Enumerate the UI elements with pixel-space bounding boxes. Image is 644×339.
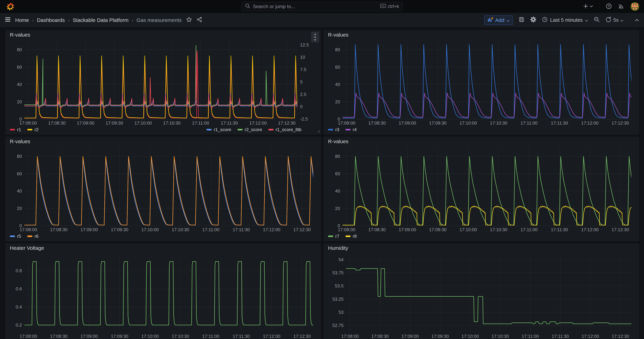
panel-header[interactable]: R-values bbox=[8, 30, 318, 39]
series-r7 bbox=[342, 156, 636, 225]
svg-text:80: 80 bbox=[17, 154, 22, 159]
panel-resize-handle[interactable] bbox=[317, 130, 320, 134]
svg-text:17:10:30: 17:10:30 bbox=[172, 227, 189, 232]
top-navigation-bar: Search or jump to... ctrl+k ? bbox=[0, 0, 644, 13]
user-avatar[interactable] bbox=[630, 2, 639, 11]
svg-text:17:11:00: 17:11:00 bbox=[520, 120, 538, 126]
svg-text:5: 5 bbox=[300, 79, 302, 84]
panel-header[interactable]: R-values bbox=[327, 137, 636, 146]
chart-area[interactable]: 02040608017:08:0017:08:3017:09:0017:09:3… bbox=[8, 146, 318, 233]
dashboard-settings-button[interactable] bbox=[530, 16, 536, 24]
legend-item-r4[interactable]: r4 bbox=[346, 127, 357, 132]
svg-text:17:10:00: 17:10:00 bbox=[461, 334, 479, 339]
svg-text:0.2: 0.2 bbox=[16, 322, 22, 328]
svg-text:17:08:00: 17:08:00 bbox=[20, 120, 37, 126]
series-r6 bbox=[24, 156, 318, 225]
refresh-interval-label[interactable]: 5s bbox=[613, 17, 619, 23]
panel-legend: r5r6 bbox=[8, 233, 318, 241]
refresh-icon bbox=[605, 16, 612, 24]
breadcrumb-folder[interactable]: Stackable Data Platform bbox=[73, 17, 128, 23]
legend-swatch bbox=[346, 129, 351, 130]
dashboard-toolbar: Home › Dashboards › Stackable Data Platf… bbox=[0, 13, 644, 28]
chart-area[interactable]: 02040608017:08:0017:08:3017:09:0017:09:3… bbox=[8, 39, 318, 127]
svg-text:12.5: 12.5 bbox=[300, 42, 309, 48]
svg-text:2.5: 2.5 bbox=[300, 92, 306, 97]
panel-humidity-6: Humidity52.755353.2553.553.755417:08:001… bbox=[324, 244, 639, 339]
grafana-logo-icon[interactable] bbox=[6, 2, 15, 11]
svg-text:17:11:00: 17:11:00 bbox=[522, 334, 539, 339]
svg-text:10: 10 bbox=[300, 54, 305, 60]
panel-title: R-values bbox=[328, 138, 348, 144]
panel-menu-button[interactable] bbox=[311, 32, 319, 42]
svg-text:17:08:30: 17:08:30 bbox=[50, 334, 68, 339]
svg-text:0.6: 0.6 bbox=[16, 286, 22, 292]
panel-header[interactable]: Heater Voltage bbox=[8, 244, 318, 252]
svg-text:17:12:30: 17:12:30 bbox=[612, 334, 629, 339]
r-values-chart: 02040608017:08:0017:08:3017:09:0017:09:3… bbox=[8, 39, 318, 126]
panel-header[interactable]: R-values bbox=[8, 137, 318, 146]
svg-text:17:10:30: 17:10:30 bbox=[492, 334, 509, 339]
legend-label: r4 bbox=[353, 127, 357, 132]
save-dashboard-button[interactable] bbox=[518, 16, 525, 24]
svg-text:17:08:00: 17:08:00 bbox=[338, 120, 355, 126]
series-r1_score_lttb bbox=[24, 51, 314, 108]
legend-item-r2[interactable]: r2 bbox=[27, 127, 38, 132]
legend-label: r1_score bbox=[214, 127, 231, 132]
panel-header[interactable]: R-values bbox=[327, 30, 636, 39]
help-button[interactable]: ? bbox=[606, 3, 612, 10]
chart-area[interactable]: 52.755353.2553.553.755417:08:0017:08:301… bbox=[327, 252, 636, 339]
time-range-label: Last 5 minutes bbox=[550, 17, 583, 23]
legend-swatch bbox=[206, 129, 212, 130]
new-menu-button[interactable] bbox=[583, 4, 593, 10]
time-range-picker[interactable]: Last 5 minutes bbox=[542, 16, 588, 24]
svg-text:17:12:00: 17:12:00 bbox=[581, 227, 598, 232]
legend-swatch bbox=[27, 236, 32, 237]
svg-text:17:11:00: 17:11:00 bbox=[202, 334, 220, 339]
svg-text:17:09:00: 17:09:00 bbox=[80, 334, 98, 339]
refresh-button[interactable]: 5s bbox=[605, 16, 624, 24]
svg-text:20: 20 bbox=[335, 99, 340, 104]
add-panel-button[interactable]: Add bbox=[484, 16, 513, 25]
svg-text:17:12:00: 17:12:00 bbox=[581, 120, 598, 126]
help-icon: ? bbox=[606, 3, 612, 10]
series-heatervoltage bbox=[24, 262, 318, 325]
svg-text:80: 80 bbox=[335, 47, 340, 52]
svg-text:17:12:00: 17:12:00 bbox=[582, 334, 599, 339]
legend-item-r5[interactable]: r5 bbox=[10, 234, 21, 239]
legend-item-r7[interactable]: r7 bbox=[328, 234, 339, 239]
svg-text:17:10:00: 17:10:00 bbox=[141, 227, 159, 232]
search-icon bbox=[245, 3, 250, 10]
zoom-out-button[interactable] bbox=[594, 16, 600, 24]
search-input[interactable]: Search or jump to... ctrl+k bbox=[242, 2, 403, 11]
chart-area[interactable]: 02040608017:08:0017:08:3017:09:0017:09:3… bbox=[327, 39, 636, 127]
panel-header[interactable]: Humidity bbox=[327, 244, 636, 252]
chart-area[interactable]: 0.20.40.60.817:08:0017:08:3017:09:0017:0… bbox=[8, 252, 318, 339]
svg-text:17:12:30: 17:12:30 bbox=[612, 227, 629, 232]
legend-item-r3[interactable]: r3 bbox=[328, 127, 339, 132]
breadcrumb-dashboards[interactable]: Dashboards bbox=[37, 17, 65, 23]
svg-text:-2.5: -2.5 bbox=[300, 116, 308, 122]
svg-text:17:10:30: 17:10:30 bbox=[172, 334, 189, 339]
breadcrumb-home[interactable]: Home bbox=[15, 17, 29, 23]
panel-legend: r1r2r1_scorer2_scorer1_score_lttb bbox=[8, 127, 318, 134]
chart-area[interactable]: 02040608017:08:0017:08:3017:09:0017:09:3… bbox=[327, 146, 636, 233]
legend-item-r2_score[interactable]: r2_score bbox=[238, 127, 262, 132]
favorite-button[interactable] bbox=[186, 16, 192, 24]
legend-item-r6[interactable]: r6 bbox=[27, 234, 38, 239]
mega-menu-button[interactable] bbox=[5, 17, 11, 23]
svg-text:53.75: 53.75 bbox=[332, 270, 344, 275]
news-button[interactable] bbox=[618, 3, 624, 10]
svg-text:17:08:30: 17:08:30 bbox=[368, 227, 386, 232]
svg-text:53.5: 53.5 bbox=[335, 283, 344, 288]
svg-text:17:09:00: 17:09:00 bbox=[80, 227, 98, 232]
share-button[interactable] bbox=[196, 16, 202, 24]
panel-title: R-values bbox=[328, 32, 348, 38]
svg-text:0.4: 0.4 bbox=[16, 304, 22, 310]
legend-item-r1_score_lttb[interactable]: r1_score_lttb bbox=[268, 127, 302, 132]
legend-item-r8[interactable]: r8 bbox=[346, 234, 357, 239]
collapse-toolbar-button[interactable] bbox=[635, 17, 639, 23]
r-values-chart: 02040608017:08:0017:08:3017:09:0017:09:3… bbox=[327, 146, 636, 232]
legend-item-r1[interactable]: r1 bbox=[10, 127, 21, 132]
svg-text:17:09:00: 17:09:00 bbox=[77, 120, 94, 126]
legend-item-r1_score[interactable]: r1_score bbox=[206, 127, 231, 132]
